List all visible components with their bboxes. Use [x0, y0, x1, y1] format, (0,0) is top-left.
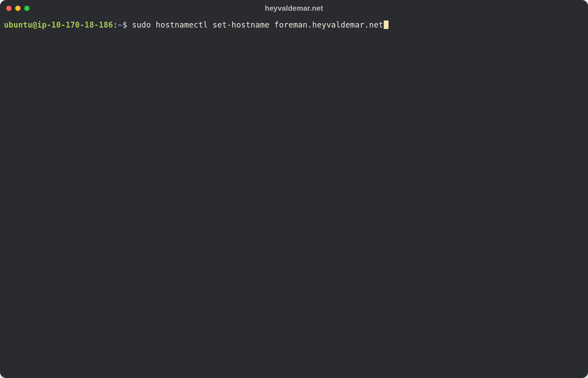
minimize-icon[interactable]	[15, 6, 21, 11]
prompt-user-host: ubuntu@ip-10-170-18-186	[4, 20, 113, 29]
cursor-icon	[384, 21, 389, 29]
zoom-icon[interactable]	[24, 6, 30, 11]
window-title: heyvaldemar.net	[265, 4, 323, 13]
traffic-lights	[6, 6, 30, 11]
terminal-window: heyvaldemar.net ubuntu@ip-10-170-18-186:…	[0, 0, 588, 378]
terminal-body[interactable]: ubuntu@ip-10-170-18-186:~$ sudo hostname…	[0, 16, 588, 378]
prompt-symbol: $	[122, 20, 127, 29]
titlebar: heyvaldemar.net	[0, 0, 588, 16]
prompt-colon: :	[113, 20, 118, 29]
close-icon[interactable]	[6, 6, 12, 11]
prompt-path: ~	[118, 20, 123, 29]
command-text: sudo hostnamectl set-hostname foreman.he…	[132, 20, 383, 29]
